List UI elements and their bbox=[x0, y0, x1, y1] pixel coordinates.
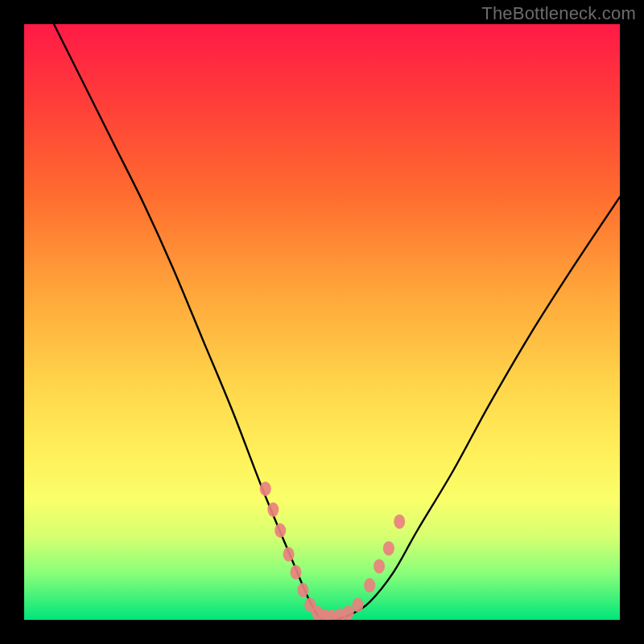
bottleneck-curve-svg bbox=[24, 24, 620, 620]
marker-dot bbox=[267, 502, 279, 517]
marker-dot bbox=[394, 514, 405, 529]
highlight-markers bbox=[260, 481, 406, 620]
chart-frame: TheBottleneck.com bbox=[0, 0, 644, 644]
watermark-text: TheBottleneck.com bbox=[481, 3, 636, 24]
marker-dot bbox=[352, 598, 363, 613]
marker-dot bbox=[275, 523, 286, 538]
marker-dot bbox=[297, 583, 308, 597]
marker-dot bbox=[364, 578, 375, 592]
marker-dot bbox=[343, 605, 354, 620]
plot-area bbox=[24, 24, 620, 620]
marker-dot bbox=[383, 541, 394, 555]
bottleneck-curve-path bbox=[24, 24, 620, 620]
marker-dot bbox=[290, 565, 301, 580]
marker-dot bbox=[260, 481, 271, 496]
marker-dot bbox=[374, 559, 385, 573]
marker-dot bbox=[283, 547, 295, 562]
